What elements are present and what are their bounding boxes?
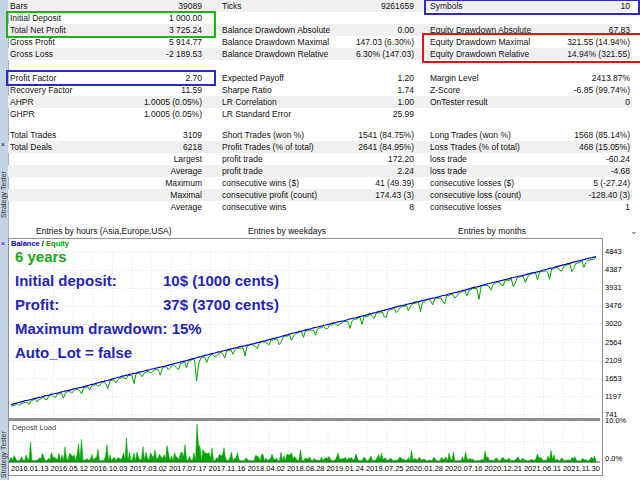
close-icon[interactable]: × bbox=[1, 141, 5, 148]
stat-value: 1.00 bbox=[324, 96, 416, 108]
stats-row: Recovery Factor11.59Sharpe Ratio1.74Z-Sc… bbox=[8, 84, 632, 96]
x-axis-tick: 2020.12.21 bbox=[484, 464, 522, 473]
x-axis-tick: 2017.07.17 bbox=[169, 464, 207, 473]
stats-row: Averageconsecutive wins8consecutive loss… bbox=[8, 201, 632, 213]
stat-label: Expected Payoff bbox=[220, 72, 324, 84]
y-axis-tick: 3476 bbox=[605, 302, 639, 310]
stat-value: 172.20 bbox=[324, 153, 416, 165]
stats-row: Initial Deposit1 000.00 bbox=[8, 12, 632, 24]
x-axis-tick: 2017.11.16 bbox=[209, 464, 246, 473]
stat-label: Loss Trades (% of total) bbox=[428, 141, 538, 153]
x-axis-tick: 2016.10.03 bbox=[90, 464, 128, 473]
stat-label: Symbols bbox=[428, 0, 538, 12]
stat-value: 2641 (84.95%) bbox=[324, 141, 416, 153]
stat-value: 1.74 bbox=[324, 84, 416, 96]
stat-label: Long Trades (won %) bbox=[428, 129, 538, 141]
tab-entries-by-months[interactable]: Entries by months bbox=[458, 225, 526, 237]
x-axis-tick: 2020.07.16 bbox=[445, 464, 483, 473]
stat-value: Average bbox=[112, 165, 204, 177]
x-axis-tick: 2021.11.30 bbox=[563, 464, 600, 473]
stat-label: Total Trades bbox=[8, 129, 112, 141]
stat-label: Equity Drawdown Relative bbox=[428, 48, 538, 60]
tab-entries-by-hours[interactable]: Entries by hours (Asia,Europe,USA) bbox=[36, 225, 172, 237]
stat-value bbox=[538, 12, 632, 24]
stat-label: consecutive losses bbox=[428, 201, 538, 213]
stat-label bbox=[8, 177, 112, 189]
stat-value: 6.30% (147.03) bbox=[324, 48, 416, 60]
stat-value: Maximum bbox=[112, 177, 204, 189]
stat-value: 5 914.77 bbox=[112, 36, 204, 48]
stat-value: 1 bbox=[538, 201, 632, 213]
stats-row: Gross Loss-2 189.53Balance Drawdown Rela… bbox=[8, 48, 632, 60]
stat-label: Z-Score bbox=[428, 84, 538, 96]
chevron-down-icon[interactable]: ⌄ bbox=[630, 225, 638, 237]
annotation-initial-deposit: Initial deposit:10$ (1000 cents) bbox=[15, 269, 279, 293]
stat-value: -6.85 (99.74%) bbox=[538, 84, 632, 96]
stat-label: Total Net Profit bbox=[8, 24, 112, 36]
stat-label: GHPR bbox=[8, 108, 112, 120]
stat-label: consecutive losses ($) bbox=[428, 177, 538, 189]
annotation-profit: Profit:37$ (3700 cents) bbox=[15, 293, 279, 317]
stat-label: LR Standard Error bbox=[220, 108, 324, 120]
stat-value: 14.94% (321.55) bbox=[538, 48, 632, 60]
x-axis-tick: 2016.01.13 bbox=[11, 464, 49, 473]
stats-row: GHPR1.0005 (0.05%)LR Standard Error25.99 bbox=[8, 108, 632, 120]
stat-value bbox=[324, 12, 416, 24]
stat-label: Equity Drawdown Maximal bbox=[428, 36, 538, 48]
stats-row: Gross Profit5 914.77Balance Drawdown Max… bbox=[8, 36, 632, 48]
stat-label bbox=[8, 189, 112, 201]
deposit-load-label: Deposit Load bbox=[12, 423, 56, 432]
stat-label bbox=[428, 108, 538, 120]
stat-label: Total Deals bbox=[8, 141, 112, 153]
stat-label: Balance Drawdown Maximal bbox=[220, 36, 324, 48]
stat-label bbox=[8, 201, 112, 213]
stat-value: 1.0005 (0.05%) bbox=[112, 108, 204, 120]
balance-equity-chart: Balance / Equity 6 years Initial deposit… bbox=[8, 238, 603, 476]
y-axis-tick: 1653 bbox=[605, 375, 639, 383]
x-axis-tick: 2018.08.28 bbox=[287, 464, 325, 473]
stat-label: profit trade bbox=[220, 165, 324, 177]
stat-value: 25.99 bbox=[324, 108, 416, 120]
stats-row: Profit Factor2.70Expected Payoff1.20Marg… bbox=[8, 72, 632, 84]
stat-value: 11.59 bbox=[112, 84, 204, 96]
y-axis-tick: 4387 bbox=[605, 266, 639, 274]
stat-value: 6218 bbox=[112, 141, 204, 153]
stat-label bbox=[8, 153, 112, 165]
stat-label: Profit Trades (% of total) bbox=[220, 141, 324, 153]
stat-label: Gross Loss bbox=[8, 48, 112, 60]
stat-value: Largest bbox=[112, 153, 204, 165]
x-axis-date-labels: 2016.01.132016.05.122016.10.032017.03.02… bbox=[11, 464, 600, 473]
stat-label: Equity Drawdown Absolute bbox=[428, 24, 538, 36]
x-axis-tick: 2018.04.02 bbox=[247, 464, 285, 473]
y-axis-tick: 3020 bbox=[605, 320, 639, 328]
stat-label: loss trade bbox=[428, 153, 538, 165]
stat-value bbox=[538, 108, 632, 120]
stat-value: 2413.87% bbox=[538, 72, 632, 84]
stat-label: Margin Level bbox=[428, 72, 538, 84]
report-sections-row: Entries by hours (Asia,Europe,USA) Entri… bbox=[8, 225, 640, 237]
annotation-auto-lot: Auto_Lot = false bbox=[15, 341, 279, 365]
stat-value: -2 189.53 bbox=[112, 48, 204, 60]
stat-value: 174.43 (3) bbox=[324, 189, 416, 201]
x-axis-tick: 2017.03.02 bbox=[130, 464, 168, 473]
y-axis-tick: 3931 bbox=[605, 284, 639, 292]
stat-label: consecutive wins bbox=[220, 201, 324, 213]
stat-label: Short Trades (won %) bbox=[220, 129, 324, 141]
stats-row: AHPR1.0005 (0.05%)LR Correlation1.00OnTe… bbox=[8, 96, 632, 108]
tab-entries-by-weekdays[interactable]: Entries by weekdays bbox=[248, 225, 326, 237]
stat-value: 468 (15.05%) bbox=[538, 141, 632, 153]
stat-value: 39089 bbox=[112, 0, 204, 12]
stat-label: LR Correlation bbox=[220, 96, 324, 108]
stat-label: Gross Profit bbox=[8, 36, 112, 48]
stats-row: Total Deals6218Profit Trades (% of total… bbox=[8, 141, 632, 153]
backtest-statistics-table: Bars39089Ticks9261659Symbols10Initial De… bbox=[8, 0, 632, 213]
stats-row: Total Net Profit3 725.24Balance Drawdown… bbox=[8, 24, 632, 36]
y-axis-tick: 2564 bbox=[605, 339, 639, 347]
stat-label bbox=[8, 165, 112, 177]
y-axis-tick: 4843 bbox=[605, 248, 639, 256]
stats-row: Averageprofit trade2.24loss trade-4.68 bbox=[8, 165, 632, 177]
stat-label: Ticks bbox=[220, 0, 324, 12]
stat-label bbox=[220, 12, 324, 24]
close-icon[interactable]: × bbox=[1, 240, 5, 247]
stat-value: 0.00 bbox=[324, 24, 416, 36]
